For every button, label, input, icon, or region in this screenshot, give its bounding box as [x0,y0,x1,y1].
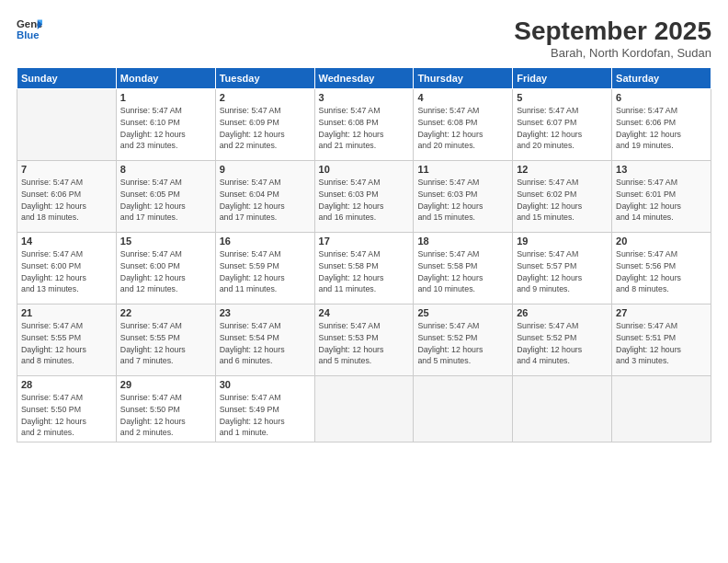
table-row: 26Sunrise: 5:47 AM Sunset: 5:52 PM Dayli… [513,304,612,376]
col-saturday: Saturday [612,68,711,89]
day-info: Sunrise: 5:47 AM Sunset: 6:02 PM Dayligh… [517,177,608,224]
table-row: 8Sunrise: 5:47 AM Sunset: 6:05 PM Daylig… [116,161,215,233]
table-row: 29Sunrise: 5:47 AM Sunset: 5:50 PM Dayli… [116,376,215,442]
day-info: Sunrise: 5:47 AM Sunset: 6:03 PM Dayligh… [417,177,508,224]
day-number: 15 [120,236,211,247]
col-friday: Friday [513,68,612,89]
day-info: Sunrise: 5:47 AM Sunset: 6:05 PM Dayligh… [120,177,211,224]
day-number: 1 [120,92,211,103]
table-row: 25Sunrise: 5:47 AM Sunset: 5:52 PM Dayli… [414,304,513,376]
day-number: 4 [417,92,508,103]
day-info: Sunrise: 5:47 AM Sunset: 5:57 PM Dayligh… [517,248,608,295]
day-number: 20 [616,236,707,247]
day-info: Sunrise: 5:47 AM Sunset: 6:06 PM Dayligh… [616,105,707,152]
day-number: 25 [417,307,508,318]
day-number: 12 [517,164,608,175]
day-info: Sunrise: 5:47 AM Sunset: 5:52 PM Dayligh… [417,320,508,367]
day-info: Sunrise: 5:47 AM Sunset: 5:56 PM Dayligh… [616,248,707,295]
table-row: 11Sunrise: 5:47 AM Sunset: 6:03 PM Dayli… [414,161,513,233]
table-row: 22Sunrise: 5:47 AM Sunset: 5:55 PM Dayli… [116,304,215,376]
title-block: September 2025 Barah, North Kordofan, Su… [514,17,711,60]
day-info: Sunrise: 5:47 AM Sunset: 6:07 PM Dayligh… [517,105,608,152]
col-thursday: Thursday [414,68,513,89]
day-info: Sunrise: 5:47 AM Sunset: 6:03 PM Dayligh… [319,177,410,224]
day-info: Sunrise: 5:47 AM Sunset: 6:09 PM Dayligh… [220,105,311,152]
day-info: Sunrise: 5:47 AM Sunset: 5:59 PM Dayligh… [220,248,311,295]
table-row: 13Sunrise: 5:47 AM Sunset: 6:01 PM Dayli… [612,161,711,233]
day-number: 18 [417,236,508,247]
day-number: 6 [616,92,707,103]
table-row: 28Sunrise: 5:47 AM Sunset: 5:50 PM Dayli… [17,376,117,442]
day-number: 16 [220,236,311,247]
table-row: 18Sunrise: 5:47 AM Sunset: 5:58 PM Dayli… [414,233,513,304]
day-number: 3 [319,92,410,103]
table-row: 19Sunrise: 5:47 AM Sunset: 5:57 PM Dayli… [513,233,612,304]
table-row: 2Sunrise: 5:47 AM Sunset: 6:09 PM Daylig… [215,89,314,161]
table-row: 1Sunrise: 5:47 AM Sunset: 6:10 PM Daylig… [116,89,215,161]
table-row: 9Sunrise: 5:47 AM Sunset: 6:04 PM Daylig… [215,161,314,233]
day-info: Sunrise: 5:47 AM Sunset: 5:54 PM Dayligh… [220,320,311,367]
day-info: Sunrise: 5:47 AM Sunset: 5:50 PM Dayligh… [120,392,211,439]
day-info: Sunrise: 5:47 AM Sunset: 5:58 PM Dayligh… [417,248,508,295]
svg-text:Blue: Blue [17,29,40,40]
day-number: 26 [517,307,608,318]
day-number: 9 [220,164,311,175]
day-number: 5 [517,92,608,103]
table-row: 7Sunrise: 5:47 AM Sunset: 6:06 PM Daylig… [17,161,117,233]
day-number: 28 [21,379,112,390]
table-row [414,376,513,442]
day-info: Sunrise: 5:47 AM Sunset: 5:58 PM Dayligh… [319,248,410,295]
page-header: General Blue September 2025 Barah, North… [17,17,711,60]
day-info: Sunrise: 5:47 AM Sunset: 6:04 PM Dayligh… [220,177,311,224]
table-row: 27Sunrise: 5:47 AM Sunset: 5:51 PM Dayli… [612,304,711,376]
day-info: Sunrise: 5:47 AM Sunset: 5:55 PM Dayligh… [120,320,211,367]
col-wednesday: Wednesday [314,68,414,89]
col-tuesday: Tuesday [215,68,314,89]
col-sunday: Sunday [17,68,117,89]
table-row: 17Sunrise: 5:47 AM Sunset: 5:58 PM Dayli… [314,233,414,304]
day-info: Sunrise: 5:47 AM Sunset: 5:49 PM Dayligh… [220,392,311,439]
day-number: 2 [220,92,311,103]
day-info: Sunrise: 5:47 AM Sunset: 5:53 PM Dayligh… [319,320,410,367]
day-number: 21 [21,307,112,318]
table-row [314,376,414,442]
logo-icon: General Blue [17,17,42,42]
table-row: 24Sunrise: 5:47 AM Sunset: 5:53 PM Dayli… [314,304,414,376]
day-info: Sunrise: 5:47 AM Sunset: 6:08 PM Dayligh… [417,105,508,152]
table-row: 12Sunrise: 5:47 AM Sunset: 6:02 PM Dayli… [513,161,612,233]
table-row: 5Sunrise: 5:47 AM Sunset: 6:07 PM Daylig… [513,89,612,161]
day-number: 7 [21,164,112,175]
day-number: 11 [417,164,508,175]
day-number: 24 [319,307,410,318]
table-row: 6Sunrise: 5:47 AM Sunset: 6:06 PM Daylig… [612,89,711,161]
table-row: 30Sunrise: 5:47 AM Sunset: 5:49 PM Dayli… [215,376,314,442]
day-info: Sunrise: 5:47 AM Sunset: 5:51 PM Dayligh… [616,320,707,367]
day-info: Sunrise: 5:47 AM Sunset: 5:50 PM Dayligh… [21,392,112,439]
day-info: Sunrise: 5:47 AM Sunset: 5:55 PM Dayligh… [21,320,112,367]
day-number: 8 [120,164,211,175]
table-row [17,89,117,161]
day-info: Sunrise: 5:47 AM Sunset: 6:00 PM Dayligh… [120,248,211,295]
location-subtitle: Barah, North Kordofan, Sudan [514,46,711,60]
day-info: Sunrise: 5:47 AM Sunset: 6:08 PM Dayligh… [319,105,410,152]
day-number: 19 [517,236,608,247]
col-monday: Monday [116,68,215,89]
table-row [513,376,612,442]
day-number: 22 [120,307,211,318]
day-info: Sunrise: 5:47 AM Sunset: 6:01 PM Dayligh… [616,177,707,224]
day-number: 29 [120,379,211,390]
day-number: 23 [220,307,311,318]
table-row: 14Sunrise: 5:47 AM Sunset: 6:00 PM Dayli… [17,233,117,304]
day-info: Sunrise: 5:47 AM Sunset: 6:00 PM Dayligh… [21,248,112,295]
calendar-table: Sunday Monday Tuesday Wednesday Thursday… [17,67,711,442]
table-row: 16Sunrise: 5:47 AM Sunset: 5:59 PM Dayli… [215,233,314,304]
day-info: Sunrise: 5:47 AM Sunset: 6:06 PM Dayligh… [21,177,112,224]
table-row: 20Sunrise: 5:47 AM Sunset: 5:56 PM Dayli… [612,233,711,304]
calendar-header-row: Sunday Monday Tuesday Wednesday Thursday… [17,68,711,89]
table-row: 3Sunrise: 5:47 AM Sunset: 6:08 PM Daylig… [314,89,414,161]
table-row: 4Sunrise: 5:47 AM Sunset: 6:08 PM Daylig… [414,89,513,161]
table-row: 10Sunrise: 5:47 AM Sunset: 6:03 PM Dayli… [314,161,414,233]
day-number: 14 [21,236,112,247]
day-number: 13 [616,164,707,175]
table-row: 21Sunrise: 5:47 AM Sunset: 5:55 PM Dayli… [17,304,117,376]
